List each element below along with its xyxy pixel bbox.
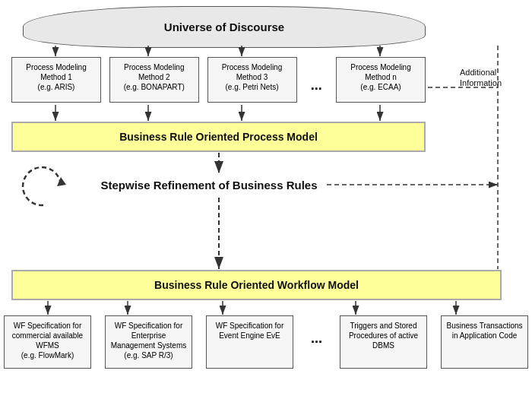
method-3-title: Process Modeling Method 3	[222, 63, 282, 81]
bottom-2-sub: (e.g. SAP R/3)	[124, 351, 173, 360]
method-n-title: Process Modeling Method n	[350, 63, 410, 81]
method-2-subtitle: (e.g. BONAPART)	[124, 83, 185, 91]
method-1-title: Process Modeling Method 1	[26, 63, 86, 81]
bottom-box-2: WF Specification for Enterprise Manageme…	[105, 315, 192, 369]
method-box-3: Process Modeling Method 3 (e.g. Petri Ne…	[207, 57, 297, 103]
yellow-bar-workflow-model: Business Rule Oriented Workflow Model	[11, 270, 502, 300]
method-1-subtitle: (e.g. ARIS)	[38, 83, 75, 91]
stepwise-label: Stepwise Refinement of Business Rules	[61, 179, 357, 192]
additional-info-label: Additional Information	[460, 67, 524, 89]
method-box-1: Process Modeling Method 1 (e.g. ARIS)	[11, 57, 101, 103]
bottom-4-text: Triggers and Stored Procedures of active…	[349, 322, 418, 350]
method-box-n: Process Modeling Method n (e.g. ECAA)	[336, 57, 426, 103]
yellow-bar-process-model: Business Rule Oriented Process Model	[11, 122, 426, 152]
cloud-shape: Universe of Discourse	[23, 6, 426, 48]
bottom-1-text: WF Specification for commercial availabl…	[12, 322, 83, 350]
bottom-row: WF Specification for commercial availabl…	[4, 315, 528, 369]
bottom-box-3: WF Specification for Event Engine EvE	[206, 315, 293, 369]
bottom-1-sub: (e.g. FlowMark)	[21, 351, 74, 360]
bottom-3-text: WF Specification for Event Engine EvE	[216, 322, 283, 340]
bottom-2-text: WF Specification for Enterprise Manageme…	[111, 322, 187, 350]
bottom-box-1: WF Specification for commercial availabl…	[4, 315, 91, 369]
bottom-dots: ...	[307, 315, 326, 347]
svg-marker-0	[57, 177, 66, 186]
diagram: Universe of Discourse Process Modeling M…	[0, 0, 532, 396]
circular-arrow-icon	[19, 163, 68, 213]
bottom-5-text: Business Transactions in Application Cod…	[446, 322, 522, 340]
bottom-box-4: Triggers and Stored Procedures of active…	[340, 315, 427, 369]
method-box-2: Process Modeling Method 2 (e.g. BONAPART…	[109, 57, 199, 103]
method-3-subtitle: (e.g. Petri Nets)	[225, 83, 278, 91]
methods-dots: ...	[305, 57, 328, 103]
bottom-box-5: Business Transactions in Application Cod…	[441, 315, 528, 369]
cloud-label: Universe of Discourse	[164, 21, 284, 33]
method-n-subtitle: (e.g. ECAA)	[360, 83, 401, 91]
method-2-title: Process Modeling Method 2	[124, 63, 184, 81]
methods-row: Process Modeling Method 1 (e.g. ARIS) Pr…	[11, 57, 426, 103]
